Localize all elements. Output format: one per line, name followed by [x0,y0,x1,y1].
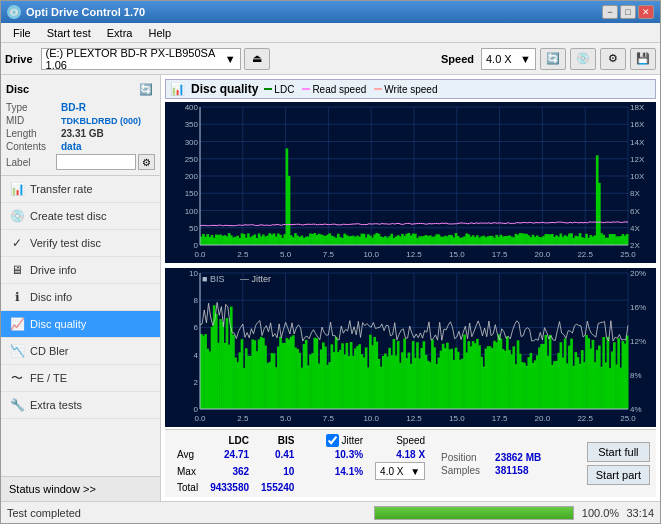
disc-header: Disc 🔄 [6,80,155,98]
toolbar: Drive (E:) PLEXTOR BD-R PX-LB950SA 1.06 … [1,43,660,75]
disc-button[interactable]: 💿 [570,48,596,70]
legend-write-speed-color [374,88,382,90]
disc-label-input[interactable] [56,154,136,170]
eject-button[interactable]: ⏏ [244,48,270,70]
nav-extra-tests[interactable]: 🔧 Extra tests [1,392,160,419]
nav-menu: 📊 Transfer rate 💿 Create test disc ✓ Ver… [1,176,160,476]
legend-ldc-label: LDC [274,84,294,95]
nav-disc-quality[interactable]: 📈 Disc quality [1,311,160,338]
position-row: Position 23862 MB [441,452,541,463]
drive-label: Drive [5,53,33,65]
main-window: 💿 Opti Drive Control 1.70 − □ ✕ File Sta… [0,0,661,524]
progress-bar-container [374,506,574,520]
bottom-bar: Test completed 100.0% 33:14 [1,501,660,523]
ldc-chart [165,102,656,263]
chart-legend: LDC Read speed Write speed [264,84,437,95]
menu-start-test[interactable]: Start test [39,25,99,41]
nav-drive-info[interactable]: 🖥 Drive info [1,257,160,284]
legend-ldc-color [264,88,272,90]
window-controls: − □ ✕ [602,5,654,19]
menu-help[interactable]: Help [140,25,179,41]
disc-contents-label: Contents [6,141,61,152]
status-window-button[interactable]: Status window >> [1,476,160,501]
disc-mid-value: TDKBLDRBD (000) [61,116,141,126]
disc-contents-row: Contents data [6,141,155,152]
nav-create-test-disc[interactable]: 💿 Create test disc [1,203,160,230]
position-section: Position 23862 MB Samples 381158 [441,452,541,476]
speed-combo[interactable]: 4.0 X ▼ [481,48,536,70]
status-window-label: Status window >> [9,483,96,495]
legend-write-speed-label: Write speed [384,84,437,95]
disc-mid-row: MID TDKBLDRBD (000) [6,115,155,126]
bis-chart [165,268,656,427]
samples-value: 381158 [495,465,528,476]
disc-label-button[interactable]: ⚙ [138,154,155,170]
progress-bar-fill [375,507,573,519]
nav-fe-te[interactable]: 〜 FE / TE [1,365,160,392]
chart-header: 📊 Disc quality LDC Read speed Write spee… [165,79,656,99]
nav-verify-test-disc[interactable]: ✓ Verify test disc [1,230,160,257]
nav-disc-quality-label: Disc quality [30,318,86,330]
max-ldc: 362 [204,461,255,481]
avg-jitter: 10.3% [320,448,369,461]
settings-button[interactable]: ⚙ [600,48,626,70]
menu-extra[interactable]: Extra [99,25,141,41]
disc-panel: Disc 🔄 Type BD-R MID TDKBLDRBD (000) Len… [1,75,160,176]
speed-selector[interactable]: 4.0 X ▼ [375,462,425,480]
status-text: Test completed [7,507,368,519]
speed-section: Speed 4.0 X ▼ [441,48,536,70]
nav-fe-te-label: FE / TE [30,372,67,384]
cd-bler-icon: 📉 [9,343,25,359]
disc-label-row: Label ⚙ [6,154,155,170]
max-jitter: 14.1% [320,461,369,481]
bis-chart-wrapper [165,268,656,429]
action-buttons: Start full Start part [587,442,650,485]
verify-test-disc-icon: ✓ [9,235,25,251]
nav-disc-info[interactable]: ℹ Disc info [1,284,160,311]
nav-cd-bler[interactable]: 📉 CD Bler [1,338,160,365]
nav-transfer-rate-label: Transfer rate [30,183,93,195]
jitter-checkbox[interactable] [326,434,339,447]
speed-label: Speed [441,53,474,65]
jitter-label[interactable]: Jitter [326,434,363,447]
drive-combo[interactable]: (E:) PLEXTOR BD-R PX-LB950SA 1.06 ▼ [41,48,241,70]
total-bis: 155240 [255,481,300,494]
avg-bis: 0.41 [255,448,300,461]
stats-bar: LDC BIS Jitter Speed Avg 24. [165,429,656,497]
title-bar: 💿 Opti Drive Control 1.70 − □ ✕ [1,1,660,23]
disc-type-label: Type [6,102,61,113]
maximize-button[interactable]: □ [620,5,636,19]
nav-drive-info-label: Drive info [30,264,76,276]
menu-file[interactable]: File [5,25,39,41]
start-full-button[interactable]: Start full [587,442,650,462]
disc-refresh-icon[interactable]: 🔄 [137,80,155,98]
close-button[interactable]: ✕ [638,5,654,19]
minimize-button[interactable]: − [602,5,618,19]
samples-row: Samples 381158 [441,465,541,476]
total-ldc: 9433580 [204,481,255,494]
create-test-disc-icon: 💿 [9,208,25,224]
nav-cd-bler-label: CD Bler [30,345,69,357]
legend-write-speed: Write speed [374,84,437,95]
samples-label: Samples [441,465,491,476]
max-bis: 10 [255,461,300,481]
chart-title: Disc quality [191,82,258,96]
avg-ldc: 24.71 [204,448,255,461]
disc-length-row: Length 23.31 GB [6,128,155,139]
nav-transfer-rate[interactable]: 📊 Transfer rate [1,176,160,203]
start-part-button[interactable]: Start part [587,465,650,485]
refresh-button[interactable]: 🔄 [540,48,566,70]
save-button[interactable]: 💾 [630,48,656,70]
position-value: 23862 MB [495,452,541,463]
nav-verify-test-disc-label: Verify test disc [30,237,101,249]
window-title: Opti Drive Control 1.70 [26,6,145,18]
chart-header-icon: 📊 [170,82,185,96]
avg-label: Avg [171,448,204,461]
position-label: Position [441,452,491,463]
ldc-chart-wrapper [165,102,656,265]
avg-speed: 4.18 X [369,448,431,461]
progress-percent: 100.0% [580,507,620,519]
nav-create-test-disc-label: Create test disc [30,210,106,222]
drive-selector: (E:) PLEXTOR BD-R PX-LB950SA 1.06 ▼ ⏏ [41,48,437,70]
legend-read-speed-label: Read speed [312,84,366,95]
